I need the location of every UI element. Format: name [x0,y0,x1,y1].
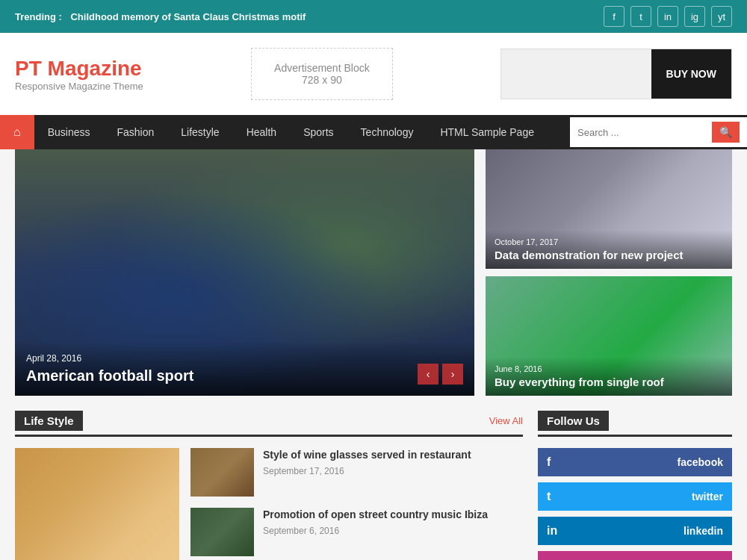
header: PT Magazine Responsive Magazine Theme Ad… [0,33,747,115]
nav-link-html[interactable]: HTML Sample Page [427,116,548,149]
follow-facebook[interactable]: f facebook [538,448,732,476]
side-overlay-2: June 8, 2016 Buy everything from single … [486,357,732,396]
linkedin-icon: in [547,524,557,538]
ad-block: Advertisement Block 728 x 90 [251,48,393,100]
featured-main-overlay: April 28, 2016 American football sport [15,342,474,396]
follow-us-section: Follow Us f facebook t twitter in linked… [538,411,732,560]
logo-title[interactable]: PT Magazine [15,57,143,81]
nav-link-sports[interactable]: Sports [290,116,347,149]
lifestyle-section-header: Life Style View All [15,411,523,437]
nav-home-button[interactable]: ⌂ [0,115,34,149]
article-info-1: Style of wine glasses served in restaura… [263,448,471,476]
nav-item-technology[interactable]: Technology [347,116,427,149]
article-info-2: Promotion of open street country music I… [263,508,488,536]
ad-preview: BUY NOW [500,49,732,99]
lifestyle-section: Life Style View All Style of wine glasse… [15,411,523,560]
nav-item-sports[interactable]: Sports [290,116,347,149]
nav-arrows: ‹ › [418,364,463,385]
article-thumb-2 [190,508,254,556]
nav-links: Business Fashion Lifestyle Health Sports… [34,116,548,149]
youtube-top-icon[interactable]: yt [711,6,732,27]
follow-us-header: Follow Us [538,411,732,437]
nav-link-technology[interactable]: Technology [347,116,427,149]
follow-twitter[interactable]: t twitter [538,482,732,511]
side-date-1: October 17, 2017 [495,237,723,246]
nav-search: 🔍 [570,117,747,147]
nav-link-health[interactable]: Health [233,116,290,149]
featured-section: April 28, 2016 American football sport ‹… [0,149,747,396]
social-icons-top: f t in ig yt [604,6,732,27]
linkedin-label: linkedin [684,525,723,537]
lifestyle-content: Style of wine glasses served in restaura… [15,448,523,560]
side-title-1: Data demonstration for new project [495,249,723,261]
lifestyle-main-image[interactable] [15,448,179,560]
buy-now-button[interactable]: BUY NOW [651,49,731,99]
featured-side-item-1[interactable]: October 17, 2017 Data demonstration for … [486,149,732,269]
follow-us-title: Follow Us [538,411,609,431]
sections-row: Life Style View All Style of wine glasse… [0,411,747,560]
logo-subtitle: Responsive Magazine Theme [15,81,143,92]
trending-label: Trending : [15,11,62,22]
list-item[interactable]: Promotion of open street country music I… [190,508,523,556]
facebook-icon: f [547,455,551,469]
linkedin-top-icon[interactable]: in [657,6,678,27]
twitter-top-icon[interactable]: t [630,6,651,27]
ad-size: 728 x 90 [274,74,370,86]
nav-item-fashion[interactable]: Fashion [103,116,167,149]
lifestyle-section-title: Life Style [15,411,83,431]
nav-item-lifestyle[interactable]: Lifestyle [167,116,232,149]
search-button[interactable]: 🔍 [712,122,740,143]
featured-side-item-2[interactable]: June 8, 2016 Buy everything from single … [486,276,732,396]
logo-area: PT Magazine Responsive Magazine Theme [15,57,143,92]
facebook-label: facebook [678,456,723,468]
nav-item-health[interactable]: Health [233,116,290,149]
side-title-2: Buy everything from single roof [495,376,723,388]
side-overlay-1: October 17, 2017 Data demonstration for … [486,230,732,269]
follow-linkedin[interactable]: in linkedin [538,517,732,545]
lifestyle-articles: Style of wine glasses served in restaura… [190,448,523,560]
twitter-label: twitter [692,491,723,503]
nav-link-fashion[interactable]: Fashion [103,116,167,149]
article-title-2: Promotion of open street country music I… [263,508,488,523]
trending-text: Trending : Childhood memory of Santa Cla… [15,11,311,22]
ad-preview-inner: BUY NOW [501,49,731,99]
featured-main-date: April 28, 2016 [26,353,463,364]
article-thumb-1 [190,448,254,497]
prev-arrow[interactable]: ‹ [418,364,438,385]
trending-story: Childhood memory of Santa Claus Christma… [70,11,306,22]
follow-instagram[interactable]: ig instagram [538,551,732,560]
trending-bar: Trending : Childhood memory of Santa Cla… [0,0,747,33]
article-title-1: Style of wine glasses served in restaura… [263,448,471,463]
featured-main-title: American football sport [26,367,463,385]
featured-sidebar: October 17, 2017 Data demonstration for … [486,149,732,396]
nav-link-lifestyle[interactable]: Lifestyle [167,116,232,149]
article-date-2: September 6, 2016 [263,526,488,536]
navigation-bar: ⌂ Business Fashion Lifestyle Health Spor… [0,115,747,149]
nav-link-business[interactable]: Business [34,116,104,149]
instagram-top-icon[interactable]: ig [684,6,705,27]
lifestyle-view-all[interactable]: View All [489,415,523,426]
nav-item-html[interactable]: HTML Sample Page [427,116,548,149]
next-arrow[interactable]: › [442,364,463,385]
list-item[interactable]: Style of wine glasses served in restaura… [190,448,523,497]
nav-item-business[interactable]: Business [34,116,104,149]
search-input[interactable] [577,127,712,138]
featured-main[interactable]: April 28, 2016 American football sport ‹… [15,149,474,396]
side-date-2: June 8, 2016 [495,364,723,373]
ad-title: Advertisement Block [274,62,370,74]
twitter-icon: t [547,490,551,503]
facebook-top-icon[interactable]: f [604,6,624,27]
article-date-1: September 17, 2016 [263,466,471,476]
